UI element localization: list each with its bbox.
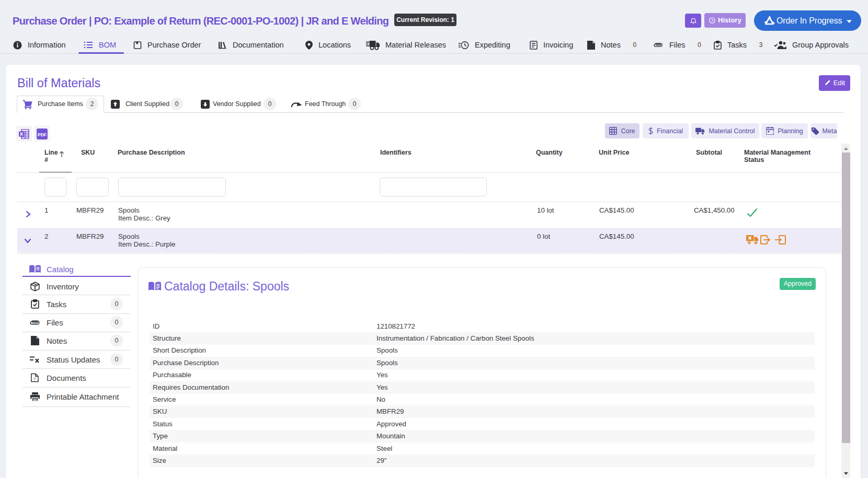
svg-text:?: ? [33,377,36,381]
svg-text:PDF: PDF [38,132,47,137]
